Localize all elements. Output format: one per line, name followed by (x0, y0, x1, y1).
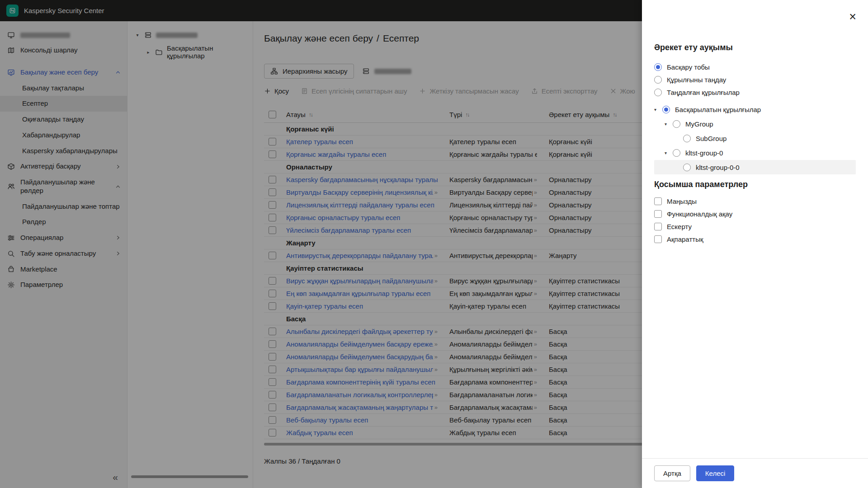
group-tree-label: kltst-group-0-0 (696, 164, 740, 171)
scope-options: Басқару тобыҚұрылғыны таңдауТаңдалған құ… (654, 61, 856, 99)
drawer-body: Әрекет ету ауқымы Басқару тобыҚұрылғыны … (642, 0, 868, 458)
group-tree-node[interactable]: ▾MyGroup (654, 117, 856, 131)
group-tree-node[interactable]: ▾Басқарылатын құрылғылар (654, 102, 856, 117)
extra-option-label: Маңызды (667, 197, 697, 205)
checkbox[interactable] (654, 235, 662, 243)
group-tree-label: kltst-group-0 (685, 149, 723, 157)
radio-button[interactable] (683, 135, 691, 142)
checkbox[interactable] (654, 210, 662, 218)
group-tree-node[interactable]: kltst-group-0-0 (654, 160, 856, 174)
extra-option-label: Ақпараттық (667, 235, 703, 243)
group-tree: ▾Басқарылатын құрылғылар▾MyGroupSubGroup… (654, 102, 856, 174)
radio-button[interactable] (654, 89, 662, 96)
radio-button[interactable] (654, 76, 662, 84)
extra-option-label: Функционалдық ақау (667, 210, 732, 218)
next-button[interactable]: Келесі (696, 465, 735, 481)
extra-options: МаңыздыФункционалдық ақауЕскертуАқпаратт… (654, 195, 856, 245)
radio-button[interactable] (673, 149, 680, 157)
caret-down-icon[interactable]: ▾ (654, 107, 662, 112)
scope-option-label: Құрылғыны таңдау (667, 76, 726, 84)
scope-option-label: Басқару тобы (667, 63, 710, 71)
scope-option[interactable]: Құрылғыны таңдау (654, 73, 856, 86)
radio-button[interactable] (683, 164, 691, 171)
extra-option[interactable]: Маңызды (654, 195, 856, 207)
extra-parameters-title: Қосымша параметрлер (654, 180, 856, 189)
group-tree-label: SubGroup (696, 135, 726, 142)
scope-option[interactable]: Басқару тобы (654, 61, 856, 73)
back-button[interactable]: Артқа (654, 465, 690, 481)
checkbox[interactable] (654, 197, 662, 205)
drawer-footer: Артқа Келесі (642, 458, 868, 488)
extra-option[interactable]: Ақпараттық (654, 233, 856, 245)
group-tree-node[interactable]: SubGroup (654, 131, 856, 145)
group-tree-node[interactable]: ▾kltst-group-0 (654, 145, 856, 160)
scope-option-label: Таңдалған құрылғылар (667, 89, 740, 96)
group-tree-label: MyGroup (685, 120, 713, 128)
radio-button[interactable] (662, 106, 670, 113)
scope-drawer: × Әрекет ету ауқымы Басқару тобыҚұрылғын… (642, 0, 868, 488)
extra-option[interactable]: Ескерту (654, 220, 856, 233)
radio-button[interactable] (654, 63, 662, 71)
close-icon[interactable]: × (849, 11, 856, 23)
caret-down-icon[interactable]: ▾ (665, 122, 673, 127)
radio-button[interactable] (673, 120, 680, 128)
caret-down-icon[interactable]: ▾ (665, 150, 673, 155)
checkbox[interactable] (654, 223, 662, 230)
drawer-title: Әрекет ету ауқымы (654, 43, 856, 52)
scope-option[interactable]: Таңдалған құрылғылар (654, 86, 856, 99)
extra-option[interactable]: Функционалдық ақау (654, 207, 856, 220)
group-tree-label: Басқарылатын құрылғылар (675, 106, 761, 113)
extra-option-label: Ескерту (667, 223, 692, 230)
